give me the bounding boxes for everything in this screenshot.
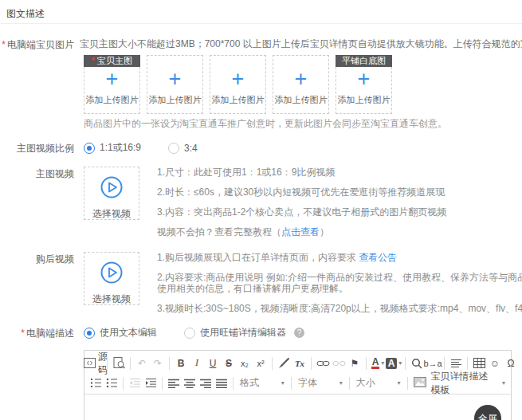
editor-content-area[interactable]: 全屏 xyxy=(84,394,511,420)
search-button[interactable] xyxy=(409,355,425,371)
format-dropdown[interactable]: 格式▾ xyxy=(237,375,288,391)
toolbar-divider xyxy=(407,377,408,390)
pc-images-label: *电脑端宝贝图片 xyxy=(0,37,74,52)
upload-image-cell-main[interactable]: *宝贝主图 + 添加上传图片 xyxy=(84,55,140,114)
radio-wangpu-editor-label[interactable]: 使用旺铺详情编辑器 xyxy=(200,326,286,340)
help-icon[interactable]: ? xyxy=(294,328,304,338)
bullet-list-icon xyxy=(106,378,118,388)
special-char-button[interactable]: Ω xyxy=(503,355,519,371)
replace-button[interactable]: b→a xyxy=(425,355,441,371)
italic-button[interactable]: I xyxy=(189,355,205,371)
after-video-select-box[interactable]: 选择视频 xyxy=(84,252,139,305)
chevron-down-icon: ▾ xyxy=(381,359,384,367)
plus-icon: + xyxy=(106,69,119,89)
radio-ratio-1-1-16-9[interactable] xyxy=(84,143,95,154)
format-painter-button[interactable] xyxy=(276,355,292,371)
fullscreen-button[interactable]: 全屏 xyxy=(474,405,501,420)
redo-button[interactable]: ↷ xyxy=(150,355,166,371)
upload-label: 添加上传图片 xyxy=(338,94,391,106)
source-code-button[interactable]: 源码 xyxy=(88,355,104,371)
size-dropdown[interactable]: 大小▾ xyxy=(353,375,404,391)
required-mark: * xyxy=(2,39,6,50)
search-icon xyxy=(411,358,422,369)
upload-image-cell[interactable]: + 添加上传图片 xyxy=(147,55,203,114)
announcement-link[interactable]: 查看公告 xyxy=(359,252,397,263)
align-justify-button[interactable] xyxy=(214,375,230,391)
outdent-button[interactable] xyxy=(127,375,143,391)
ordered-list-button[interactable] xyxy=(88,375,104,391)
brush-icon xyxy=(278,357,290,369)
undo-button[interactable]: ↶ xyxy=(134,355,150,371)
anchor-flag-button[interactable]: ⚑ xyxy=(347,355,363,371)
main-video-select-box[interactable]: 选择视频 xyxy=(84,167,139,220)
link-button[interactable] xyxy=(315,355,331,371)
section-header: 图文描述 xyxy=(0,0,522,24)
radio-text-editor-label[interactable]: 使用文本编辑 xyxy=(100,326,157,340)
unlink-icon xyxy=(332,359,346,368)
toolbar-divider xyxy=(169,357,170,370)
align-center-button[interactable] xyxy=(182,375,198,391)
pc-desc-label: *电脑端描述 xyxy=(0,326,74,340)
pc-images-description: 宝贝主图大小不能超过3MB；700*700 以上图片上传后宝贝详情页自动提供放大… xyxy=(80,37,522,51)
insert-image-button[interactable] xyxy=(411,375,429,391)
upload-image-cell[interactable]: + 添加上传图片 xyxy=(273,55,329,114)
source-code-icon xyxy=(84,358,96,368)
toolbar-divider xyxy=(366,357,367,370)
align-right-button[interactable] xyxy=(198,375,214,391)
strikethrough-button[interactable]: S xyxy=(221,355,237,371)
toolbar-divider xyxy=(130,357,131,370)
toolbar-divider xyxy=(467,357,468,370)
bullet-list-button[interactable] xyxy=(104,375,120,391)
underline-button[interactable]: U xyxy=(205,355,221,371)
chevron-down-icon: ▾ xyxy=(281,379,285,387)
after-video-tips: 1.购后视频展现入口在订单详情页面，内容要求 查看公告 2.内容要求:商品使用说… xyxy=(157,252,522,314)
after-video-label: 购后视频 xyxy=(0,252,74,266)
ordered-list-icon xyxy=(90,378,102,388)
superscript-button[interactable]: x² xyxy=(253,355,269,371)
preview-icon xyxy=(113,357,125,369)
product-description-form: *电脑端宝贝图片 宝贝主图大小不能超过3MB；700*700 以上图片上传后宝贝… xyxy=(0,24,522,420)
editor-toolbar: 源码 ↶ ↷ B I U S x₂ x² xyxy=(84,351,511,394)
tip-line: 1.尺寸：此处可使用1：1或16：9比例视频 xyxy=(157,167,446,178)
table-button[interactable] xyxy=(471,355,487,371)
emoji-button[interactable]: ☺ xyxy=(487,355,503,371)
plus-icon: + xyxy=(295,69,308,89)
preview-button[interactable] xyxy=(111,355,127,371)
main-video-row: 主图视频 选择视频 1.尺寸：此处可使用1：1或16：9比例视频 2.时长：≤6… xyxy=(0,167,522,237)
upload-image-cell-whitebg[interactable]: 平铺白底图 + 添加上传图片 xyxy=(336,55,392,114)
select-video-label: 选择视频 xyxy=(92,207,131,221)
radio-wangpu-editor[interactable] xyxy=(184,328,195,339)
unlink-button[interactable] xyxy=(331,355,347,371)
plus-icon: + xyxy=(232,69,245,89)
bold-button[interactable]: B xyxy=(173,355,189,371)
radio-text-editor[interactable] xyxy=(84,328,95,339)
bg-color-icon: A xyxy=(386,358,398,369)
upload-image-cell[interactable]: + 添加上传图片 xyxy=(210,55,266,114)
upload-strip: *宝贝主图 + 添加上传图片 + 添加上传图片 + 添加上传图片 + 添加上传图… xyxy=(84,55,522,114)
paragraph-format-button[interactable] xyxy=(448,355,464,371)
toolbar-divider xyxy=(162,377,163,390)
toolbar-divider xyxy=(405,357,406,370)
tutorial-link[interactable]: 点击查看 xyxy=(281,226,320,237)
font-dropdown[interactable]: 字体▾ xyxy=(295,375,346,391)
radio-ratio-3-4[interactable] xyxy=(168,143,179,154)
remove-format-button[interactable]: Tx xyxy=(292,355,308,371)
align-left-button[interactable] xyxy=(166,375,182,391)
radio-ratio-1-1-16-9-label[interactable]: 1:1或16:9 xyxy=(100,141,141,155)
outdent-icon xyxy=(129,378,141,388)
indent-button[interactable] xyxy=(143,375,159,391)
required-mark: * xyxy=(21,328,25,339)
tip-line: 2.时长：≤60s，建议30秒以内短视频可优先在爱逛街等推荐频道展现 xyxy=(157,186,446,198)
tip-line: 2.内容要求:商品使用说明 例如:介绍一件商品的安装过程、使用教程、保养方法等与… xyxy=(157,272,522,294)
radio-ratio-3-4-label[interactable]: 3:4 xyxy=(184,143,198,154)
main-video-label: 主图视频 xyxy=(0,167,74,181)
upload-label: 添加上传图片 xyxy=(212,94,265,106)
upload-label: 添加上传图片 xyxy=(275,94,328,106)
text-color-button[interactable]: A▾ xyxy=(370,355,386,371)
template-dropdown[interactable]: 宝贝详情描述模板▾ xyxy=(429,375,508,391)
subscript-button[interactable]: x₂ xyxy=(237,355,253,371)
align-right-icon xyxy=(200,379,211,388)
toolbar-divider xyxy=(444,357,445,370)
bg-color-button[interactable]: A▾ xyxy=(386,355,402,371)
video-ratio-label: 主图视频比例 xyxy=(0,141,74,155)
